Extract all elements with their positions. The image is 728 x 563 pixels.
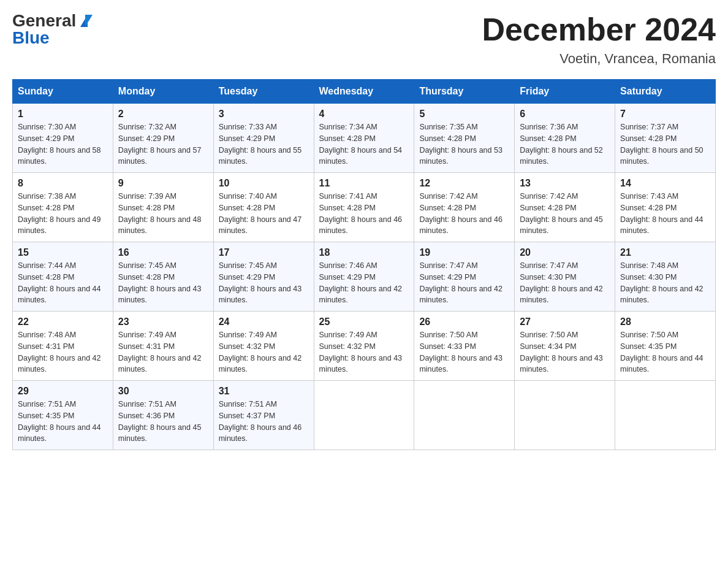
table-row: 17Sunrise: 7:45 AMSunset: 4:29 PMDayligh… bbox=[213, 242, 314, 312]
day-number: 15 bbox=[18, 247, 108, 258]
table-row: 15Sunrise: 7:44 AMSunset: 4:28 PMDayligh… bbox=[13, 242, 113, 312]
table-row: 2Sunrise: 7:32 AMSunset: 4:29 PMDaylight… bbox=[113, 104, 213, 173]
day-number: 30 bbox=[118, 386, 208, 397]
day-info: Sunrise: 7:45 AMSunset: 4:29 PMDaylight:… bbox=[219, 260, 309, 306]
day-info: Sunrise: 7:43 AMSunset: 4:28 PMDaylight:… bbox=[620, 191, 710, 237]
table-row: 25Sunrise: 7:49 AMSunset: 4:32 PMDayligh… bbox=[314, 312, 414, 381]
day-info: Sunrise: 7:46 AMSunset: 4:29 PMDaylight:… bbox=[319, 260, 409, 306]
table-row bbox=[615, 381, 716, 450]
table-row: 16Sunrise: 7:45 AMSunset: 4:28 PMDayligh… bbox=[113, 242, 213, 312]
day-info: Sunrise: 7:51 AMSunset: 4:36 PMDaylight:… bbox=[118, 399, 208, 445]
day-info: Sunrise: 7:49 AMSunset: 4:31 PMDaylight:… bbox=[118, 329, 208, 375]
table-row: 13Sunrise: 7:42 AMSunset: 4:28 PMDayligh… bbox=[515, 173, 615, 242]
day-number: 26 bbox=[419, 316, 509, 327]
day-info: Sunrise: 7:49 AMSunset: 4:32 PMDaylight:… bbox=[319, 329, 409, 375]
table-row: 4Sunrise: 7:34 AMSunset: 4:28 PMDaylight… bbox=[314, 104, 414, 173]
table-row: 14Sunrise: 7:43 AMSunset: 4:28 PMDayligh… bbox=[615, 173, 716, 242]
table-row bbox=[414, 381, 515, 450]
day-number: 9 bbox=[118, 178, 208, 189]
day-number: 19 bbox=[419, 247, 509, 258]
day-info: Sunrise: 7:51 AMSunset: 4:37 PMDaylight:… bbox=[219, 399, 309, 445]
day-number: 11 bbox=[319, 178, 409, 189]
day-info: Sunrise: 7:42 AMSunset: 4:28 PMDaylight:… bbox=[419, 191, 509, 237]
table-row: 29Sunrise: 7:51 AMSunset: 4:35 PMDayligh… bbox=[13, 381, 113, 450]
day-number: 1 bbox=[18, 109, 108, 120]
day-number: 31 bbox=[219, 386, 309, 397]
logo-blue-text: Blue bbox=[12, 29, 50, 47]
day-number: 29 bbox=[18, 386, 108, 397]
col-sunday: Sunday bbox=[13, 80, 113, 104]
day-number: 5 bbox=[419, 109, 509, 120]
day-info: Sunrise: 7:44 AMSunset: 4:28 PMDaylight:… bbox=[18, 260, 108, 306]
day-info: Sunrise: 7:36 AMSunset: 4:28 PMDaylight:… bbox=[520, 121, 610, 167]
table-row: 22Sunrise: 7:48 AMSunset: 4:31 PMDayligh… bbox=[13, 312, 113, 381]
table-row: 31Sunrise: 7:51 AMSunset: 4:37 PMDayligh… bbox=[213, 381, 314, 450]
day-info: Sunrise: 7:30 AMSunset: 4:29 PMDaylight:… bbox=[18, 121, 108, 167]
day-number: 2 bbox=[118, 109, 208, 120]
day-info: Sunrise: 7:34 AMSunset: 4:28 PMDaylight:… bbox=[319, 121, 409, 167]
day-number: 24 bbox=[219, 316, 309, 327]
title-block: December 2024 Voetin, Vrancea, Romania bbox=[482, 12, 716, 67]
table-row: 9Sunrise: 7:39 AMSunset: 4:28 PMDaylight… bbox=[113, 173, 213, 242]
day-number: 7 bbox=[620, 109, 710, 120]
day-number: 20 bbox=[520, 247, 610, 258]
table-row: 27Sunrise: 7:50 AMSunset: 4:34 PMDayligh… bbox=[515, 312, 615, 381]
day-number: 4 bbox=[319, 109, 409, 120]
col-thursday: Thursday bbox=[414, 80, 515, 104]
day-number: 18 bbox=[319, 247, 409, 258]
table-row: 3Sunrise: 7:33 AMSunset: 4:29 PMDaylight… bbox=[213, 104, 314, 173]
table-row: 19Sunrise: 7:47 AMSunset: 4:29 PMDayligh… bbox=[414, 242, 515, 312]
day-number: 6 bbox=[520, 109, 610, 120]
day-info: Sunrise: 7:33 AMSunset: 4:29 PMDaylight:… bbox=[219, 121, 309, 167]
day-info: Sunrise: 7:35 AMSunset: 4:28 PMDaylight:… bbox=[419, 121, 509, 167]
col-tuesday: Tuesday bbox=[213, 80, 314, 104]
table-row: 18Sunrise: 7:46 AMSunset: 4:29 PMDayligh… bbox=[314, 242, 414, 312]
table-row bbox=[314, 381, 414, 450]
day-number: 28 bbox=[620, 316, 710, 327]
day-number: 16 bbox=[118, 247, 208, 258]
day-info: Sunrise: 7:40 AMSunset: 4:28 PMDaylight:… bbox=[219, 191, 309, 237]
day-info: Sunrise: 7:38 AMSunset: 4:28 PMDaylight:… bbox=[18, 191, 108, 237]
day-info: Sunrise: 7:48 AMSunset: 4:30 PMDaylight:… bbox=[620, 260, 710, 306]
day-number: 3 bbox=[219, 109, 309, 120]
table-row: 23Sunrise: 7:49 AMSunset: 4:31 PMDayligh… bbox=[113, 312, 213, 381]
calendar-week-row: 15Sunrise: 7:44 AMSunset: 4:28 PMDayligh… bbox=[13, 242, 716, 312]
table-row: 7Sunrise: 7:37 AMSunset: 4:28 PMDaylight… bbox=[615, 104, 716, 173]
day-info: Sunrise: 7:50 AMSunset: 4:35 PMDaylight:… bbox=[620, 329, 710, 375]
logo: General Blue bbox=[12, 12, 93, 47]
day-info: Sunrise: 7:37 AMSunset: 4:28 PMDaylight:… bbox=[620, 121, 710, 167]
calendar-week-row: 8Sunrise: 7:38 AMSunset: 4:28 PMDaylight… bbox=[13, 173, 716, 242]
col-wednesday: Wednesday bbox=[314, 80, 414, 104]
col-friday: Friday bbox=[515, 80, 615, 104]
table-row: 5Sunrise: 7:35 AMSunset: 4:28 PMDaylight… bbox=[414, 104, 515, 173]
day-number: 13 bbox=[520, 178, 610, 189]
day-info: Sunrise: 7:45 AMSunset: 4:28 PMDaylight:… bbox=[118, 260, 208, 306]
table-row: 10Sunrise: 7:40 AMSunset: 4:28 PMDayligh… bbox=[213, 173, 314, 242]
day-info: Sunrise: 7:39 AMSunset: 4:28 PMDaylight:… bbox=[118, 191, 208, 237]
col-saturday: Saturday bbox=[615, 80, 716, 104]
page-header: General Blue December 2024 Voetin, Vranc… bbox=[12, 12, 716, 67]
table-row: 21Sunrise: 7:48 AMSunset: 4:30 PMDayligh… bbox=[615, 242, 716, 312]
day-info: Sunrise: 7:47 AMSunset: 4:29 PMDaylight:… bbox=[419, 260, 509, 306]
logo-general-text: General bbox=[12, 12, 76, 29]
day-number: 25 bbox=[319, 316, 409, 327]
day-info: Sunrise: 7:50 AMSunset: 4:34 PMDaylight:… bbox=[520, 329, 610, 375]
table-row: 30Sunrise: 7:51 AMSunset: 4:36 PMDayligh… bbox=[113, 381, 213, 450]
calendar-week-row: 1Sunrise: 7:30 AMSunset: 4:29 PMDaylight… bbox=[13, 104, 716, 173]
day-info: Sunrise: 7:42 AMSunset: 4:28 PMDaylight:… bbox=[520, 191, 610, 237]
calendar-table: Sunday Monday Tuesday Wednesday Thursday… bbox=[12, 79, 716, 450]
day-number: 27 bbox=[520, 316, 610, 327]
calendar-week-row: 22Sunrise: 7:48 AMSunset: 4:31 PMDayligh… bbox=[13, 312, 716, 381]
table-row: 28Sunrise: 7:50 AMSunset: 4:35 PMDayligh… bbox=[615, 312, 716, 381]
day-number: 8 bbox=[18, 178, 108, 189]
day-info: Sunrise: 7:32 AMSunset: 4:29 PMDaylight:… bbox=[118, 121, 208, 167]
table-row: 6Sunrise: 7:36 AMSunset: 4:28 PMDaylight… bbox=[515, 104, 615, 173]
col-monday: Monday bbox=[113, 80, 213, 104]
table-row: 20Sunrise: 7:47 AMSunset: 4:30 PMDayligh… bbox=[515, 242, 615, 312]
day-info: Sunrise: 7:41 AMSunset: 4:28 PMDaylight:… bbox=[319, 191, 409, 237]
day-number: 21 bbox=[620, 247, 710, 258]
day-number: 12 bbox=[419, 178, 509, 189]
table-row: 1Sunrise: 7:30 AMSunset: 4:29 PMDaylight… bbox=[13, 104, 113, 173]
logo-icon bbox=[78, 15, 93, 27]
table-row: 24Sunrise: 7:49 AMSunset: 4:32 PMDayligh… bbox=[213, 312, 314, 381]
